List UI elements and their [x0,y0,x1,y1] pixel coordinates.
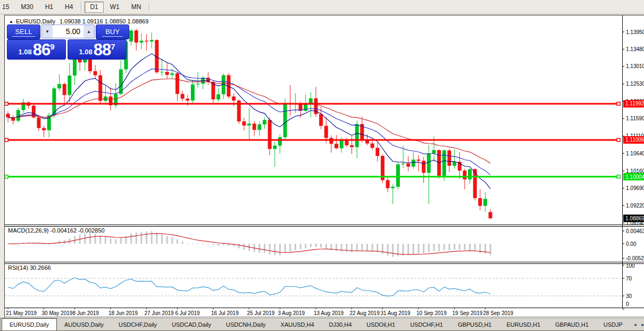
svg-text:0.00463: 0.00463 [626,228,644,234]
price-axis[interactable]: 1.139501.134801.130101.125301.120601.115… [622,15,644,309]
chart-tab-GBPAUD-H1[interactable]: GBPAUD,H1 [548,318,596,330]
one-click-trading-panel: SELL ▼ ▲ BUY 1.08 86 9 1.08 88 7 [7,24,129,60]
collapse-panel-icon[interactable]: ▲ [9,19,13,24]
volume-increase-button[interactable]: ▲ [83,25,94,38]
timeframe-button-D1[interactable]: D1 [85,2,103,13]
date-tick-label: 31 Aug 2019 [380,310,411,316]
svg-text:1.09690: 1.09690 [626,185,644,191]
price-chart-svg[interactable]: MACD(12,26,9) -0.004162 -0.002850RSI(14)… [5,15,644,318]
date-tick-label: 19 Sep 2019 [453,310,483,316]
timeframe-button-M30[interactable]: M30 [15,2,38,13]
chart-tab-DJ30-H4[interactable]: DJ30,H4 [322,318,359,330]
tabs-scroll-left-icon[interactable]: ◂ [631,322,639,327]
chart-tab-USDOil-H1[interactable]: USDOil,H1 [359,318,403,330]
chart-tab-USDCAD-Daily[interactable]: USDCAD,Daily [164,318,219,330]
date-tick-label: 25 Jul 2019 [247,310,275,316]
date-tick-label: 13 Aug 2019 [314,310,344,316]
tab-bar-edge [0,318,1,330]
chart-tab-AUDUSD-Daily[interactable]: AUDUSD,Daily [57,318,111,330]
date-tick-label: 21 May 2019 [6,310,37,316]
macd-label: MACD(12,26,9) -0.004162 -0.002850 [8,227,105,234]
date-tick-label: 30 May 2019 [42,310,73,316]
level-price-tag: 1.11992 [625,101,644,106]
date-tick-label: 28 Sep 2019 [483,310,513,316]
chart-title: ▲EURUSD,Daily1.09038 1.09116 1.08850 1.0… [9,18,148,24]
chart-tab-USDCNH-Daily[interactable]: USDCNH,Daily [219,318,273,330]
buy-price-big: 88 [94,43,111,57]
date-tick-label: 10 Sep 2019 [416,310,447,316]
svg-text:-0.00529: -0.00529 [626,255,644,261]
svg-text:1.12530: 1.12530 [626,81,644,87]
timeframe-button-15[interactable]: 15 [1,2,14,13]
svg-text:0.00: 0.00 [626,241,637,247]
chart-tab-XAUUSD-H4[interactable]: XAUUSD,H4 [273,318,322,330]
buy-price-small: 1.08 [79,47,92,57]
rsi-line [8,278,490,296]
rsi-panel[interactable]: RSI(14) 30.2666 [5,264,622,296]
timeframe-button-MN[interactable]: MN [126,2,147,13]
svg-text:1.09220: 1.09220 [626,203,644,209]
buy-price-box[interactable]: 1.08 88 7 [68,39,127,60]
timeframe-button-W1[interactable]: W1 [105,2,125,13]
date-tick-label: 3 Aug 2019 [278,310,305,316]
buy-price-sup: 7 [111,42,115,51]
time-axis[interactable]: 21 May 201930 May 20198 Jun 201918 Jun 2… [6,308,514,316]
chart-window: MACD(12,26,9) -0.004162 -0.002850RSI(14)… [4,15,644,318]
level-price-tag: 1.10004 [625,174,644,180]
timeframe-button-H1[interactable]: H1 [40,2,58,13]
svg-text:70: 70 [626,276,632,282]
timeframe-toolbar: 15M30H1H4D1W1MN [0,0,644,14]
date-tick-label: 27 Jun 2019 [145,310,174,316]
volume-decrease-button[interactable]: ▼ [42,25,53,38]
svg-text:100: 100 [626,263,635,269]
sell-price-big: 86 [33,43,50,57]
svg-text:1.13010: 1.13010 [626,63,644,69]
chart-tab-USDCHF-H1[interactable]: USDCHF,H1 [403,318,450,330]
level-price-tag: 1.11006 [625,137,644,143]
date-tick-label: 18 Jun 2019 [108,310,138,316]
svg-text:1.13480: 1.13480 [626,46,644,52]
toolbar-separator [81,2,82,12]
svg-text:0: 0 [626,301,629,307]
toolbar-separator [149,2,150,12]
tabs-scroll-right-icon[interactable]: ▸ [639,322,644,327]
date-tick-label: 16 Jul 2019 [211,310,239,316]
svg-text:1.11590: 1.11590 [626,115,644,121]
chart-tab-GBPUSD-H1[interactable]: GBPUSD,H1 [450,318,499,330]
volume-input[interactable] [53,25,83,38]
chart-tab-USDCHF-Daily[interactable]: USDCHF,Daily [111,318,164,330]
current-price-tag: 1.08869 [625,216,644,221]
svg-text:30: 30 [626,293,632,299]
svg-text:1.10640: 1.10640 [626,151,644,156]
sell-button[interactable]: SELL [7,24,40,39]
timeframe-button-H4[interactable]: H4 [60,2,78,13]
svg-text:1.13950: 1.13950 [626,29,644,35]
chart-symbol-period: EURUSD,Daily [16,18,55,24]
date-tick-label: 6 Jul 2019 [175,310,200,316]
date-tick-label: 8 Jun 2019 [72,310,99,316]
chart-tab-bar: EURUSD,DailyAUDUSD,DailyUSDCHF,DailyUSDC… [0,318,644,331]
rsi-label: RSI(14) 30.2666 [8,264,51,271]
chart-tab-EURUSD-H1[interactable]: EURUSD,H1 [499,318,548,330]
date-tick-label: 22 Aug 2019 [350,310,380,316]
chart-tab-USDJP[interactable]: USDJP [596,318,630,330]
chart-tab-EURUSD-Daily[interactable]: EURUSD,Daily [2,318,57,330]
sell-price-sup: 9 [50,42,54,51]
sell-price-box[interactable]: 1.08 86 9 [7,39,66,60]
sell-price-small: 1.08 [18,47,31,57]
chart-area[interactable]: MACD(12,26,9) -0.004162 -0.002850RSI(14)… [5,15,644,318]
macd-panel[interactable]: MACD(12,26,9) -0.004162 -0.002850 [7,227,491,257]
buy-button[interactable]: BUY [96,24,129,39]
chart-ohlc-values: 1.09038 1.09116 1.08850 1.08869 [60,18,148,24]
